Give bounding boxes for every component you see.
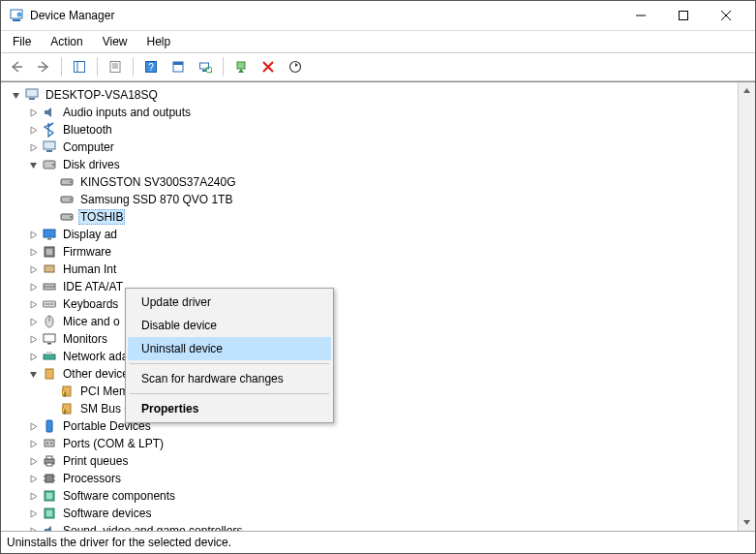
tree-item[interactable]: Audio inputs and outputs <box>5 104 738 121</box>
tree-item[interactable]: !PCI Memory Controller <box>5 383 738 400</box>
svg-rect-56 <box>45 440 54 446</box>
tree-item[interactable]: Mice and o <box>5 313 738 330</box>
svg-rect-24 <box>29 98 35 100</box>
tree-item[interactable]: Bluetooth <box>5 121 738 138</box>
expand-collapse-icon[interactable] <box>26 158 40 171</box>
expand-collapse-icon[interactable] <box>26 245 40 259</box>
tree-item[interactable]: TOSHIB <box>5 208 738 226</box>
expand-collapse-icon[interactable] <box>26 106 40 119</box>
tree-item-label: Software components <box>61 489 177 503</box>
toolbar-update-button[interactable] <box>284 55 307 78</box>
svg-point-2 <box>17 13 22 17</box>
svg-rect-46 <box>44 334 55 342</box>
expand-collapse-icon[interactable] <box>26 367 40 381</box>
scroll-up-icon[interactable] <box>739 82 755 99</box>
tree-item[interactable]: Display ad <box>5 226 738 243</box>
tree-item[interactable]: Firmware <box>5 243 738 261</box>
drive-icon <box>59 174 75 190</box>
toolbar-enable-button[interactable] <box>229 55 253 78</box>
tree-item-label: Bluetooth <box>61 123 114 137</box>
expand-collapse-icon[interactable] <box>26 437 40 450</box>
context-menu-item[interactable]: Disable device <box>128 314 331 337</box>
toolbar-separator <box>97 57 98 77</box>
expand-collapse-icon[interactable] <box>26 507 40 520</box>
toolbar-separator <box>61 57 62 77</box>
tree-item[interactable]: Sound, video and game controllers <box>5 522 738 531</box>
tree-item[interactable]: Keyboards <box>5 295 738 313</box>
tree-item[interactable]: Network adapters <box>5 348 738 365</box>
pc-icon <box>42 139 57 155</box>
expand-collapse-icon[interactable] <box>26 228 40 241</box>
tree-item[interactable]: Monitors <box>5 330 738 348</box>
menu-view[interactable]: View <box>95 33 136 50</box>
toolbar-show-hide-button[interactable] <box>68 55 91 78</box>
toolbar-sheet-button[interactable] <box>166 55 190 78</box>
cpu-icon <box>42 471 57 486</box>
expand-collapse-icon[interactable] <box>26 350 40 363</box>
close-button[interactable] <box>705 1 747 30</box>
toolbar-back-button[interactable] <box>5 55 28 78</box>
tree-item[interactable]: Software components <box>5 487 738 505</box>
tree-item[interactable]: Processors <box>5 470 738 487</box>
tree-item[interactable]: Other devices <box>5 365 738 383</box>
toolbar-forward-button[interactable] <box>32 55 55 78</box>
expand-collapse-icon[interactable] <box>26 140 40 154</box>
tree-item[interactable]: IDE ATA/AT <box>5 278 738 295</box>
svg-rect-48 <box>44 354 55 359</box>
device-manager-window: Device Manager File Action View Help ? <box>0 0 756 554</box>
expand-collapse-icon[interactable] <box>9 88 22 102</box>
device-tree[interactable]: DESKTOP-VSA18SQ Audio inputs and outputs… <box>1 82 738 531</box>
svg-point-58 <box>50 443 52 445</box>
menu-file[interactable]: File <box>5 33 39 50</box>
context-menu-separator <box>130 363 329 364</box>
tree-item[interactable]: Disk drives <box>5 156 738 173</box>
expand-collapse-icon[interactable] <box>26 472 40 485</box>
expand-collapse-icon[interactable] <box>26 297 40 311</box>
expand-collapse-icon[interactable] <box>26 489 40 503</box>
tree-item[interactable]: KINGSTON SV300S37A240G <box>5 173 738 191</box>
toolbar-properties-button[interactable] <box>104 55 127 78</box>
svg-rect-61 <box>46 463 52 466</box>
svg-text:!: ! <box>64 391 66 398</box>
expand-collapse-icon[interactable] <box>26 315 40 328</box>
expand-collapse-icon[interactable] <box>26 419 40 433</box>
tree-item[interactable]: Software devices <box>5 505 738 522</box>
toolbar-help-button[interactable]: ? <box>139 55 163 78</box>
tree-item[interactable]: Portable Devices <box>5 417 738 435</box>
svg-rect-36 <box>47 238 51 240</box>
mon-icon <box>42 331 57 347</box>
tree-item[interactable]: Human Int <box>5 261 738 278</box>
window-buttons <box>620 1 747 30</box>
context-menu-item[interactable]: Update driver <box>128 291 331 314</box>
context-menu-item[interactable]: Properties <box>128 397 331 420</box>
tree-item-label: Software devices <box>61 507 153 520</box>
tree-item-label: IDE ATA/AT <box>61 280 125 293</box>
tree-item-label: Keyboards <box>61 297 120 311</box>
svg-rect-60 <box>46 456 52 459</box>
tree-item[interactable]: Computer <box>5 138 738 156</box>
minimize-button[interactable] <box>620 1 662 30</box>
tree-item[interactable]: !SM Bus Controller <box>5 400 738 417</box>
expand-collapse-icon[interactable] <box>26 454 40 468</box>
expand-collapse-icon[interactable] <box>26 123 40 137</box>
context-menu-item[interactable]: Uninstall device <box>128 337 331 360</box>
toolbar-uninstall-button[interactable] <box>257 55 280 78</box>
svg-point-32 <box>70 199 72 200</box>
tree-root[interactable]: DESKTOP-VSA18SQ <box>5 86 738 104</box>
vertical-scrollbar[interactable] <box>738 82 755 531</box>
tree-item-label: TOSHIB <box>78 209 125 225</box>
expand-collapse-icon[interactable] <box>26 524 40 531</box>
tree-item[interactable]: Print queues <box>5 452 738 470</box>
tree-item[interactable]: Ports (COM & LPT) <box>5 435 738 452</box>
expand-collapse-icon[interactable] <box>26 262 40 276</box>
sw-icon <box>42 488 57 504</box>
toolbar-scan-button[interactable] <box>194 55 217 78</box>
context-menu-item[interactable]: Scan for hardware changes <box>128 367 331 390</box>
expand-collapse-icon[interactable] <box>26 332 40 346</box>
maximize-button[interactable] <box>662 1 705 30</box>
tree-item[interactable]: Samsung SSD 870 QVO 1TB <box>5 191 738 208</box>
menu-help[interactable]: Help <box>139 33 179 50</box>
expand-collapse-icon[interactable] <box>26 280 40 293</box>
menu-action[interactable]: Action <box>43 33 90 50</box>
scroll-down-icon[interactable] <box>739 514 755 531</box>
